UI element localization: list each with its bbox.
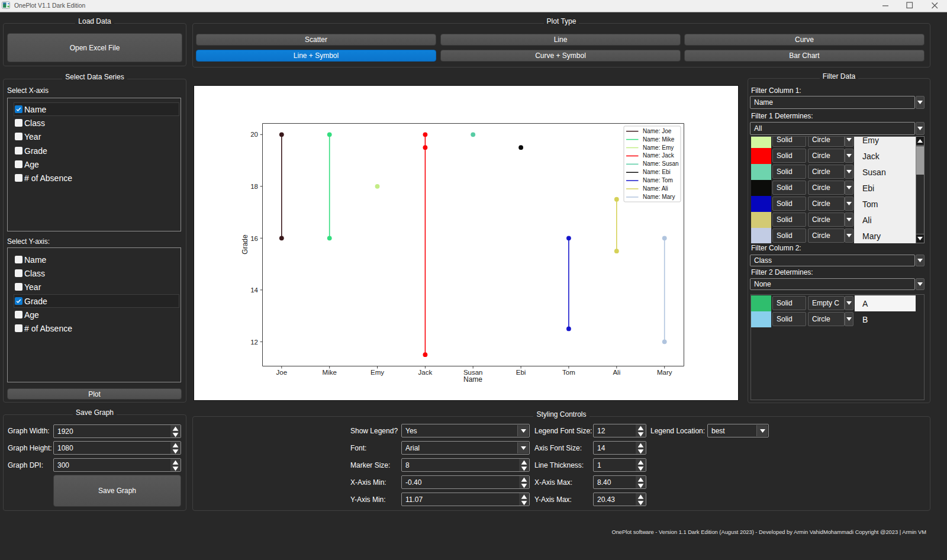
svg-text:Jack: Jack — [418, 369, 433, 376]
svg-text:Mike: Mike — [323, 369, 337, 376]
svg-text:Joe: Joe — [276, 369, 288, 376]
svg-text:Name: Ali: Name: Ali — [643, 185, 668, 192]
svg-text:Name: Mike: Name: Mike — [643, 136, 675, 143]
svg-text:Name: Joe: Name: Joe — [643, 128, 672, 134]
svg-text:Emy: Emy — [371, 369, 384, 376]
svg-text:Name: Emy: Name: Emy — [643, 144, 674, 151]
svg-text:Mary: Mary — [657, 369, 672, 376]
svg-text:Ali: Ali — [613, 369, 620, 376]
svg-text:Grade: Grade — [241, 234, 249, 255]
svg-text:Name: Name — [463, 375, 482, 384]
svg-text:Name: Mary: Name: Mary — [643, 194, 675, 200]
svg-text:14: 14 — [250, 287, 258, 294]
svg-text:12: 12 — [250, 339, 258, 346]
svg-text:20: 20 — [250, 131, 258, 138]
svg-text:16: 16 — [250, 235, 258, 242]
svg-text:Tom: Tom — [562, 369, 575, 376]
svg-text:Ebi: Ebi — [516, 369, 526, 376]
svg-text:Name: Jack: Name: Jack — [643, 152, 675, 159]
svg-text:Name: Susan: Name: Susan — [643, 160, 679, 167]
svg-text:Name: Tom: Name: Tom — [643, 177, 673, 184]
svg-text:18: 18 — [250, 183, 258, 190]
svg-text:Name: Ebi: Name: Ebi — [643, 169, 671, 175]
